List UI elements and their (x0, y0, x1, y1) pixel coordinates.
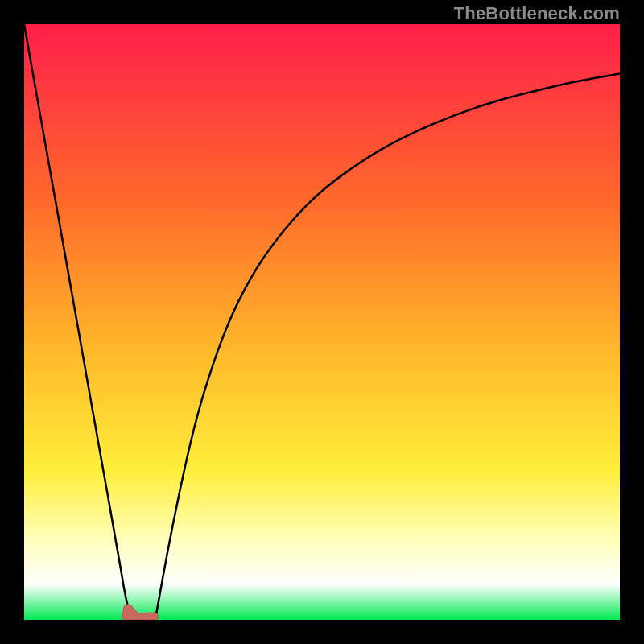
curve-left-branch (24, 24, 131, 620)
curve-right-branch (155, 73, 620, 620)
curve-layer (24, 24, 620, 620)
plot-area (24, 24, 620, 620)
optimum-marker (122, 605, 158, 620)
watermark-text: TheBottleneck.com (454, 3, 620, 24)
chart-frame: TheBottleneck.com (0, 0, 644, 644)
